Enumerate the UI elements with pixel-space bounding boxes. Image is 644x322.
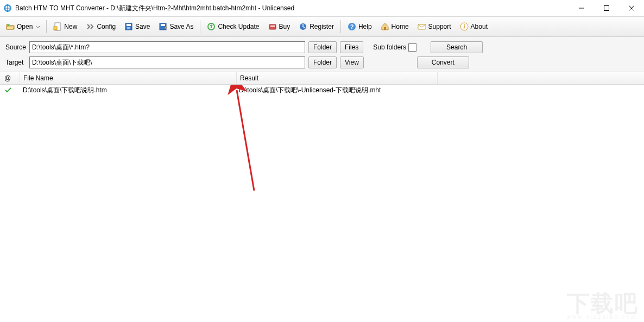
open-folder-icon — [6, 22, 15, 31]
window-title: Batch HTM TO MHT Converter - D:\新建文件夹\Ht… — [15, 4, 294, 13]
register-icon — [299, 22, 307, 31]
new-button[interactable]: New — [49, 18, 81, 35]
open-label: Open — [17, 23, 33, 30]
save-as-icon — [159, 22, 167, 31]
svg-rect-5 — [54, 27, 57, 30]
support-button[interactable]: Support — [414, 18, 455, 35]
config-button[interactable]: Config — [82, 18, 119, 35]
svg-rect-17 — [384, 27, 386, 30]
titlebar: Batch HTM TO MHT Converter - D:\新建文件夹\Ht… — [0, 0, 644, 17]
sub-folders-label-wrap: Sub folders — [373, 43, 416, 52]
register-button[interactable]: Register — [295, 18, 338, 35]
save-label: Save — [135, 23, 150, 30]
help-icon: ? — [348, 22, 356, 31]
app-icon — [3, 4, 12, 12]
help-button[interactable]: ? Help — [344, 18, 376, 35]
home-icon — [381, 22, 389, 31]
list-body: D:\tools\桌面\下载吧说明.htm D:\tools\桌面\下载吧\-U… — [0, 85, 644, 322]
about-button[interactable]: i About — [456, 18, 491, 35]
toolbar-separator — [46, 20, 47, 33]
svg-line-21 — [237, 90, 254, 191]
svg-rect-13 — [270, 26, 275, 27]
svg-rect-8 — [127, 27, 130, 29]
svg-rect-10 — [161, 24, 165, 26]
open-button[interactable]: Open — [2, 18, 43, 35]
svg-rect-2 — [604, 6, 609, 11]
save-icon — [124, 22, 133, 31]
buy-button[interactable]: Buy — [264, 18, 294, 35]
target-input[interactable] — [29, 56, 305, 68]
register-label: Register — [310, 23, 334, 30]
toolbar-separator — [340, 20, 341, 33]
save-as-button[interactable]: Save As — [155, 18, 197, 35]
source-row: Source Folder Files Sub folders Search — [5, 41, 639, 53]
save-as-label: Save As — [169, 23, 193, 30]
about-icon: i — [460, 22, 469, 31]
target-view-button[interactable]: View — [340, 56, 364, 68]
help-label: Help — [358, 23, 372, 30]
list-header: @ File Name Result — [0, 72, 644, 85]
maximize-button[interactable] — [594, 0, 619, 16]
sub-folders-label: Sub folders — [373, 43, 406, 51]
source-label: Source — [5, 43, 26, 51]
support-label: Support — [428, 23, 451, 30]
svg-point-3 — [7, 24, 9, 26]
toolbar-separator — [200, 20, 200, 33]
watermark-url: www.xiazaiba.com — [567, 314, 637, 320]
support-icon — [418, 22, 426, 31]
status-ok-icon — [4, 86, 12, 94]
sub-folders-checkbox[interactable] — [408, 43, 416, 52]
check-update-icon — [207, 22, 216, 31]
convert-button[interactable]: Convert — [417, 56, 469, 68]
window-controls — [569, 0, 644, 16]
svg-rect-7 — [127, 24, 131, 26]
about-label: About — [471, 23, 488, 30]
row-result: D:\tools\桌面\下载吧\-Unlicensed-下载吧说明.mht — [236, 86, 644, 95]
col-filename-header[interactable]: File Name — [20, 72, 237, 84]
svg-text:?: ? — [350, 23, 354, 30]
close-button[interactable] — [619, 0, 644, 16]
home-label: Home — [392, 23, 409, 30]
annotation-arrow — [0, 85, 644, 318]
check-update-label: Check Update — [218, 23, 259, 30]
dropdown-arrow-icon — [36, 25, 40, 29]
config-icon — [86, 22, 94, 31]
buy-icon — [268, 22, 277, 31]
target-label: Target — [5, 59, 26, 66]
config-label: Config — [97, 23, 116, 30]
col-result-header[interactable]: Result — [237, 72, 438, 84]
svg-rect-12 — [269, 24, 276, 29]
paths-panel: Source Folder Files Sub folders Search T… — [0, 37, 644, 72]
new-document-icon — [53, 22, 62, 31]
new-label: New — [64, 23, 77, 30]
home-button[interactable]: Home — [377, 18, 413, 35]
source-folder-button[interactable]: Folder — [308, 41, 337, 53]
target-folder-button[interactable]: Folder — [308, 56, 337, 68]
source-input[interactable] — [29, 41, 305, 53]
minimize-button[interactable] — [569, 0, 594, 16]
search-button[interactable]: Search — [431, 41, 483, 53]
buy-label: Buy — [279, 23, 291, 30]
target-row: Target Folder View Convert — [5, 56, 639, 68]
source-files-button[interactable]: Files — [340, 41, 363, 53]
save-button[interactable]: Save — [121, 18, 154, 35]
list-row[interactable]: D:\tools\桌面\下载吧说明.htm D:\tools\桌面\下载吧\-U… — [0, 85, 644, 96]
toolbar: Open New Config Save Save As Check — [0, 17, 644, 37]
col-status-header[interactable]: @ — [0, 72, 20, 84]
check-update-button[interactable]: Check Update — [203, 18, 263, 35]
row-filename: D:\tools\桌面\下载吧说明.htm — [20, 86, 236, 95]
